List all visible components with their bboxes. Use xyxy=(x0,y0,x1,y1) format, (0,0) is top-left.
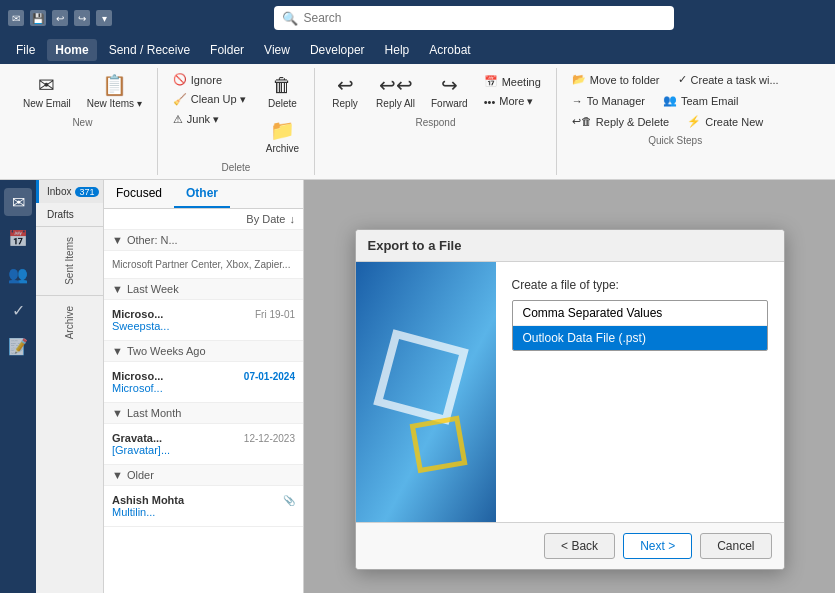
back-button[interactable]: < Back xyxy=(544,533,615,559)
section-last-month-label: Last Month xyxy=(127,407,181,419)
save-icon[interactable]: 💾 xyxy=(30,10,46,26)
chevron-two-weeks-icon[interactable]: ▼ xyxy=(112,345,123,357)
ribbon-group-quicksteps-label: Quick Steps xyxy=(648,135,702,146)
email-preview: Microsoft Partner Center, Xbox, Zapier..… xyxy=(112,259,295,270)
sidebar-tasks-icon[interactable]: ✓ xyxy=(4,296,32,324)
tab-focused[interactable]: Focused xyxy=(104,180,174,208)
redo-icon[interactable]: ↪ xyxy=(74,10,90,26)
sidebar-mail-icon[interactable]: ✉ xyxy=(4,188,32,216)
section-older-label: Older xyxy=(127,469,154,481)
folder-inbox[interactable]: Inbox 371 xyxy=(36,180,103,203)
chevron-older-icon[interactable]: ▼ xyxy=(112,469,123,481)
sidebar-people-icon[interactable]: 👥 xyxy=(4,260,32,288)
next-button[interactable]: Next > xyxy=(623,533,692,559)
sidebar-notes-icon[interactable]: 📝 xyxy=(4,332,32,360)
title-bar: ✉ 💾 ↩ ↪ ▾ 🔍 xyxy=(0,0,835,36)
list-item[interactable]: Gravata... 12-12-2023 [Gravatar]... xyxy=(104,424,303,465)
move-folder-icon: 📂 xyxy=(572,73,586,86)
create-task-icon: ✓ xyxy=(678,73,687,86)
file-type-csv[interactable]: Comma Separated Values xyxy=(513,301,767,326)
menu-file[interactable]: File xyxy=(8,39,43,61)
dialog-overlay: Export to a File xyxy=(304,180,835,593)
inbox-badge: 371 xyxy=(75,187,98,197)
folder-sent[interactable]: Sent Items xyxy=(36,227,103,295)
dialog-title-bar: Export to a File xyxy=(356,230,784,262)
archive-button[interactable]: 📁 Archive xyxy=(259,115,306,158)
ribbon-group-new: ✉ New Email 📋 New Items ▾ New xyxy=(8,68,158,175)
meeting-icon: 📅 xyxy=(484,75,498,88)
title-bar-icons: ✉ 💾 ↩ ↪ ▾ xyxy=(8,10,112,26)
section-last-week: ▼ Last Week xyxy=(104,279,303,300)
chevron-icon[interactable]: ▼ xyxy=(112,234,123,246)
move-to-folder-button[interactable]: 📂 Move to folder xyxy=(565,70,667,89)
list-item[interactable]: Microso... 07-01-2024 Microsof... xyxy=(104,362,303,403)
section-last-week-label: Last Week xyxy=(127,283,179,295)
forward-button[interactable]: ↪ Forward xyxy=(424,70,475,113)
email-date: 12-12-2023 xyxy=(244,433,295,444)
folder-panel: Inbox 371 Drafts Sent Items Archive xyxy=(36,180,104,593)
more-icon[interactable]: ▾ xyxy=(96,10,112,26)
junk-icon: ⚠ xyxy=(173,113,183,126)
folder-drafts[interactable]: Drafts xyxy=(36,203,103,226)
junk-button[interactable]: ⚠ Junk ▾ xyxy=(166,110,253,129)
reply-all-button[interactable]: ↩↩ Reply All xyxy=(369,70,422,113)
reply-all-icon: ↩↩ xyxy=(379,73,413,97)
menu-folder[interactable]: Folder xyxy=(202,39,252,61)
menu-help[interactable]: Help xyxy=(377,39,418,61)
team-email-button[interactable]: 👥 Team Email xyxy=(656,91,745,110)
email-filter: By Date ↓ xyxy=(104,209,303,230)
new-email-button[interactable]: ✉ New Email xyxy=(16,70,78,113)
ribbon-group-new-label: New xyxy=(72,117,92,128)
file-type-list[interactable]: Comma Separated Values Outlook Data File… xyxy=(512,300,768,351)
app-icon: ✉ xyxy=(8,10,24,26)
menu-bar: File Home Send / Receive Folder View Dev… xyxy=(0,36,835,64)
undo-icon[interactable]: ↩ xyxy=(52,10,68,26)
tab-other[interactable]: Other xyxy=(174,180,230,208)
menu-send-receive[interactable]: Send / Receive xyxy=(101,39,198,61)
delete-button[interactable]: 🗑 Delete xyxy=(259,70,306,113)
file-type-pst[interactable]: Outlook Data File (.pst) xyxy=(513,326,767,350)
email-subject: Multilin... xyxy=(112,506,295,518)
sent-label: Sent Items xyxy=(64,237,75,285)
email-subject: Sweepsta... xyxy=(112,320,295,332)
email-date: 07-01-2024 xyxy=(244,371,295,382)
file-type-label: Create a file of type: xyxy=(512,278,768,292)
drafts-label: Drafts xyxy=(47,209,74,220)
meeting-button[interactable]: 📅 Meeting xyxy=(477,72,548,91)
chevron-last-week-icon[interactable]: ▼ xyxy=(112,283,123,295)
sidebar-icons: ✉ 📅 👥 ✓ 📝 xyxy=(0,180,36,593)
menu-home[interactable]: Home xyxy=(47,39,96,61)
reply-delete-button[interactable]: ↩🗑 Reply & Delete xyxy=(565,112,676,131)
more-respond-icon: ••• xyxy=(484,96,496,108)
new-items-button[interactable]: 📋 New Items ▾ xyxy=(80,70,149,113)
sidebar-calendar-icon[interactable]: 📅 xyxy=(4,224,32,252)
menu-view[interactable]: View xyxy=(256,39,298,61)
cleanup-button[interactable]: 🧹 Clean Up ▾ xyxy=(166,90,253,109)
new-items-label: New Items ▾ xyxy=(87,97,142,110)
cleanup-icon: 🧹 xyxy=(173,93,187,106)
list-item[interactable]: Microsoft Partner Center, Xbox, Zapier..… xyxy=(104,251,303,279)
chevron-last-month-icon[interactable]: ▼ xyxy=(112,407,123,419)
search-bar[interactable]: 🔍 xyxy=(274,6,674,30)
cancel-button[interactable]: Cancel xyxy=(700,533,771,559)
email-sender: Microso... xyxy=(112,370,163,382)
section-two-weeks: ▼ Two Weeks Ago xyxy=(104,341,303,362)
email-tabs: Focused Other xyxy=(104,180,303,209)
create-task-button[interactable]: ✓ Create a task wi... xyxy=(671,70,786,89)
ignore-button[interactable]: 🚫 Ignore xyxy=(166,70,253,89)
menu-developer[interactable]: Developer xyxy=(302,39,373,61)
menu-acrobat[interactable]: Acrobat xyxy=(421,39,478,61)
reply-delete-icon: ↩🗑 xyxy=(572,115,592,128)
folder-archive[interactable]: Archive xyxy=(36,296,103,349)
create-new-button[interactable]: ⚡ Create New xyxy=(680,112,770,131)
reply-button[interactable]: ↩ Reply xyxy=(323,70,367,113)
search-input[interactable] xyxy=(304,11,666,25)
filter-sort-icon[interactable]: ↓ xyxy=(290,213,296,225)
team-email-icon: 👥 xyxy=(663,94,677,107)
filter-label: By Date xyxy=(246,213,285,225)
list-item[interactable]: Microso... Fri 19-01 Sweepsta... xyxy=(104,300,303,341)
list-item[interactable]: Ashish Mohta 📎 Multilin... xyxy=(104,486,303,527)
to-manager-button[interactable]: → To Manager xyxy=(565,91,652,110)
more-respond-button[interactable]: ••• More ▾ xyxy=(477,92,548,111)
email-subject: [Gravatar]... xyxy=(112,444,295,456)
